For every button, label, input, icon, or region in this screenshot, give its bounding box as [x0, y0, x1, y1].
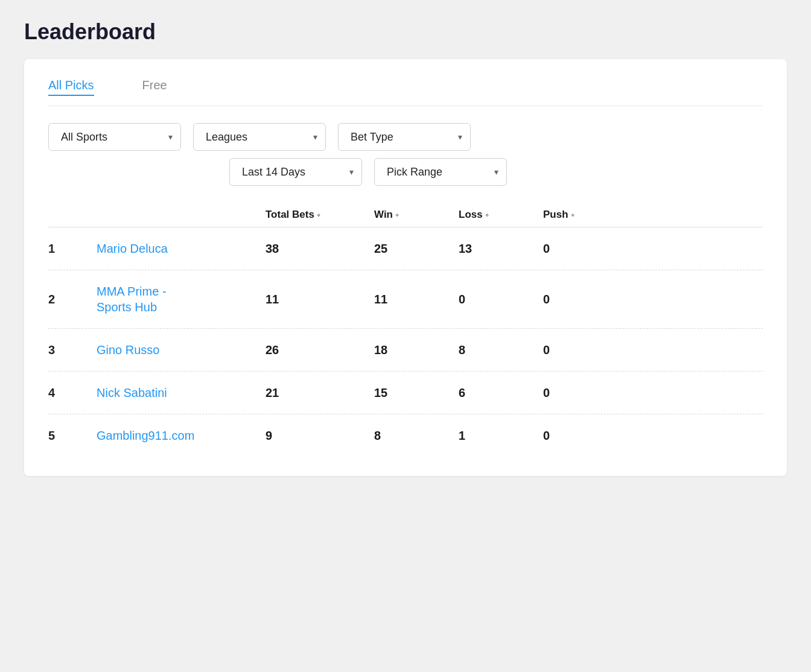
leagues-select[interactable]: Leagues — [193, 123, 326, 151]
total-bets-4: 21 — [266, 386, 374, 400]
total-bets-3: 26 — [266, 343, 374, 357]
table-header: Total Bets ⬦ Win ⬦ Loss ⬦ Push ⬦ — [48, 203, 763, 227]
push-4: 0 — [543, 386, 628, 400]
pick-range-select[interactable]: Pick Range — [374, 158, 507, 186]
total-bets-2: 11 — [266, 293, 374, 306]
table-row: 2 MMA Prime -Sports Hub 11 11 0 0 — [48, 270, 763, 329]
filters-row-1: All Sports Leagues Bet Type — [48, 123, 763, 151]
col-rank — [48, 209, 97, 221]
bet-type-select[interactable]: Bet Type — [338, 123, 471, 151]
pick-range-wrapper: Pick Range — [374, 158, 507, 186]
col-name — [97, 209, 266, 221]
sort-icon-push: ⬦ — [571, 212, 574, 218]
loss-5: 1 — [459, 429, 543, 443]
win-5: 8 — [374, 429, 459, 443]
loss-4: 6 — [459, 386, 543, 400]
player-name[interactable]: Gambling911.com — [97, 428, 266, 443]
all-sports-select[interactable]: All Sports — [48, 123, 181, 151]
tab-free[interactable]: Free — [142, 78, 167, 96]
rank-2: 2 — [48, 293, 97, 306]
push-5: 0 — [543, 429, 628, 443]
rank-1: 1 — [48, 242, 97, 256]
player-name[interactable]: MMA Prime -Sports Hub — [97, 284, 266, 315]
table-row: 3 Gino Russo 26 18 8 0 — [48, 329, 763, 372]
player-name[interactable]: Mario Deluca — [97, 241, 266, 256]
col-loss[interactable]: Loss ⬦ — [459, 209, 543, 221]
player-name[interactable]: Nick Sabatini — [97, 385, 266, 401]
page-wrapper: Leaderboard All Picks Free All Sports Le… — [0, 0, 811, 500]
sort-icon-total-bets: ⬦ — [317, 212, 320, 218]
rank-3: 3 — [48, 343, 97, 357]
bet-type-wrapper: Bet Type — [338, 123, 471, 151]
total-bets-1: 38 — [266, 242, 374, 256]
loss-3: 8 — [459, 343, 543, 357]
leagues-wrapper: Leagues — [193, 123, 326, 151]
all-sports-wrapper: All Sports — [48, 123, 181, 151]
col-push[interactable]: Push ⬦ — [543, 209, 628, 221]
col-win[interactable]: Win ⬦ — [374, 209, 459, 221]
push-2: 0 — [543, 293, 628, 306]
table-body: 1 Mario Deluca 38 25 13 0 2 MMA Prime -S… — [48, 227, 763, 457]
filters-row-2: Last 14 Days Pick Range — [48, 158, 763, 186]
win-3: 18 — [374, 343, 459, 357]
table-row: 1 Mario Deluca 38 25 13 0 — [48, 227, 763, 270]
push-3: 0 — [543, 343, 628, 357]
page-title: Leaderboard — [24, 19, 787, 45]
date-range-select[interactable]: Last 14 Days — [229, 158, 362, 186]
total-bets-5: 9 — [266, 429, 374, 443]
tab-all-picks[interactable]: All Picks — [48, 78, 94, 96]
rank-5: 5 — [48, 429, 97, 443]
loss-2: 0 — [459, 293, 543, 306]
win-4: 15 — [374, 386, 459, 400]
push-1: 0 — [543, 242, 628, 256]
col-total-bets[interactable]: Total Bets ⬦ — [266, 209, 374, 221]
sort-icon-loss: ⬦ — [485, 212, 489, 218]
loss-1: 13 — [459, 242, 543, 256]
date-range-wrapper: Last 14 Days — [229, 158, 362, 186]
rank-4: 4 — [48, 386, 97, 400]
table-row: 4 Nick Sabatini 21 15 6 0 — [48, 372, 763, 414]
win-2: 11 — [374, 293, 459, 306]
sort-icon-win: ⬦ — [395, 212, 399, 218]
win-1: 25 — [374, 242, 459, 256]
player-name[interactable]: Gino Russo — [97, 342, 266, 358]
table-row: 5 Gambling911.com 9 8 1 0 — [48, 414, 763, 457]
tabs-row: All Picks Free — [48, 78, 763, 106]
leaderboard-card: All Picks Free All Sports Leagues Bet Ty… — [24, 59, 787, 476]
